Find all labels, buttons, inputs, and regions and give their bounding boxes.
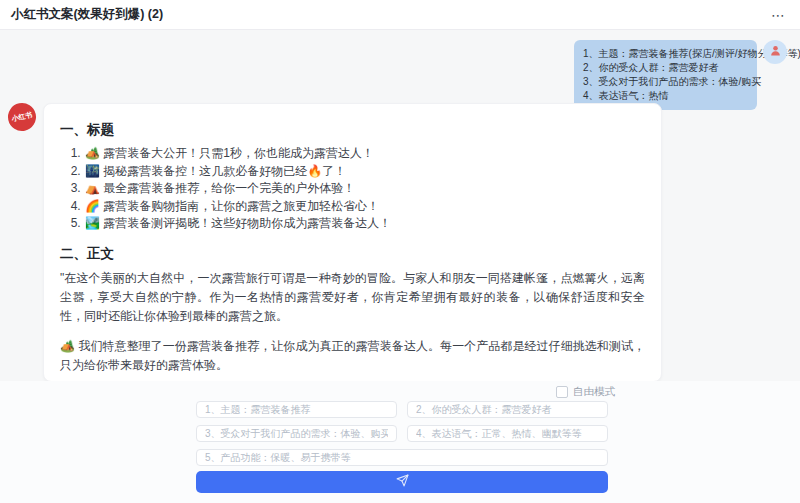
- title-suggestion-list: 🏕️ 露营装备大公开！只需1秒，你也能成为露营达人！ 🌃 揭秘露营装备控！这几款…: [60, 145, 645, 233]
- free-mode-toggle[interactable]: 自由模式: [556, 385, 615, 399]
- body-section-heading: 二、正文: [60, 245, 645, 263]
- title-item: 🌈 露营装备购物指南，让你的露营之旅更加轻松省心！: [84, 198, 645, 216]
- free-mode-label: 自由模式: [573, 385, 615, 399]
- send-button[interactable]: [196, 471, 608, 493]
- header-bar: 小红书文案(效果好到爆) (2) ⋯: [0, 0, 800, 30]
- user-message-line: 2、你的受众人群：露营爱好者: [583, 61, 748, 75]
- audience-need-input[interactable]: [196, 425, 397, 442]
- user-message-bubble: 1、主题：露营装备推荐(探店/测评/好物分享等等) 2、你的受众人群：露营爱好者…: [574, 40, 757, 110]
- user-message-line: 1、主题：露营装备推荐(探店/测评/好物分享等等): [583, 47, 748, 61]
- topic-input[interactable]: [196, 401, 397, 418]
- body-paragraph: 🏕️ 我们特意整理了一份露营装备推荐，让你成为真正的露营装备达人。每一个产品都是…: [60, 337, 645, 375]
- title-item: ⛺ 最全露营装备推荐，给你一个完美的户外体验！: [84, 180, 645, 198]
- user-message-row: 1、主题：露营装备推荐(探店/测评/好物分享等等) 2、你的受众人群：露营爱好者…: [574, 40, 787, 110]
- audience-input[interactable]: [407, 401, 608, 418]
- tone-input[interactable]: [407, 425, 608, 442]
- title-item: 🏞️ 露营装备测评揭晓！这些好物助你成为露营装备达人！: [84, 215, 645, 233]
- prompt-form: [196, 401, 608, 466]
- more-menu-icon[interactable]: ⋯: [771, 10, 786, 20]
- titles-section-heading: 一、标题: [60, 121, 645, 139]
- title-item: 🏕️ 露营装备大公开！只需1秒，你也能成为露营达人！: [84, 145, 645, 163]
- page-title: 小红书文案(效果好到爆) (2): [11, 6, 163, 23]
- body-paragraph: "在这个美丽的大自然中，一次露营旅行可谓是一种奇妙的冒险。与家人和朋友一同搭建帐…: [60, 269, 645, 326]
- generated-copy-card: 一、标题 🏕️ 露营装备大公开！只需1秒，你也能成为露营达人！ 🌃 揭秘露营装备…: [43, 103, 662, 382]
- user-avatar: [763, 40, 787, 64]
- user-message-line: 3、受众对于我们产品的需求：体验/购买: [583, 75, 748, 89]
- product-feature-input[interactable]: [196, 449, 608, 466]
- free-mode-checkbox[interactable]: [556, 386, 568, 398]
- paper-plane-icon: [396, 474, 409, 490]
- person-icon: [769, 43, 782, 61]
- assistant-message-row: 小红书 一、标题 🏕️ 露营装备大公开！只需1秒，你也能成为露营达人！ 🌃 揭秘…: [8, 103, 662, 382]
- user-message-line: 4、表达语气：热情: [583, 89, 748, 103]
- xiaohongshu-logo: 小红书: [5, 100, 38, 133]
- title-item: 🌃 揭秘露营装备控！这几款必备好物已经🔥了！: [84, 163, 645, 181]
